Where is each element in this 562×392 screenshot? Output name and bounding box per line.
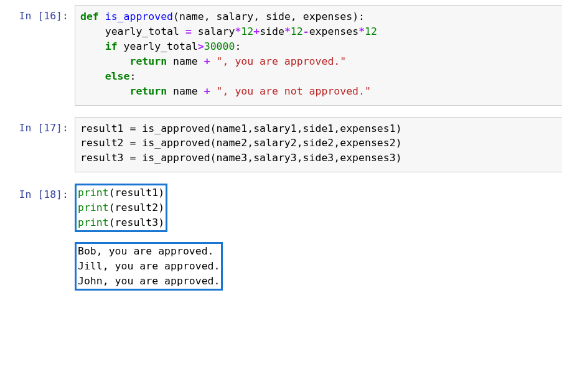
param-name: name xyxy=(179,11,204,22)
code-cell-18: In [18]: print(result1) print(result2) p… xyxy=(0,184,562,236)
builtin-print: print xyxy=(78,202,109,213)
op-plus: + xyxy=(253,26,260,37)
code-content: def is_approved(name, salary, side, expe… xyxy=(80,9,557,99)
num-30000: 30000 xyxy=(204,40,235,52)
id-name: name xyxy=(167,85,204,97)
builtin-print: print xyxy=(78,187,109,198)
highlighted-code-block: print(result1) print(result2) print(resu… xyxy=(75,184,167,232)
code-content: result1 = is_approved(name1,salary1,side… xyxy=(80,121,557,166)
print-arg-2: (result2) xyxy=(109,202,164,213)
id-yearly-total: yearly_total xyxy=(118,40,198,52)
kw-if: if xyxy=(105,40,118,52)
output-line-2: Jill, you are approved. xyxy=(78,260,220,272)
op-mul: * xyxy=(235,26,241,37)
colon: : xyxy=(130,70,136,82)
print-arg-1: (result1) xyxy=(109,187,164,198)
kw-def: def xyxy=(80,11,99,22)
op-mul: * xyxy=(284,26,291,37)
colon: : xyxy=(235,40,241,52)
input-prompt: In [16]: xyxy=(5,5,75,106)
input-prompt: In [17]: xyxy=(5,117,75,173)
code-cell-17: In [17]: result1 = is_approved(name1,sal… xyxy=(0,117,562,173)
kw-else: else xyxy=(105,70,130,82)
str-approved: ", you are approved." xyxy=(210,55,347,67)
kw-return: return xyxy=(129,55,167,67)
op-plus: + xyxy=(204,85,210,97)
num-12: 12 xyxy=(291,26,303,37)
comma: , xyxy=(291,11,303,22)
code-input-area[interactable]: def is_approved(name, salary, side, expe… xyxy=(75,5,562,106)
param-salary: salary xyxy=(217,11,254,22)
num-12: 12 xyxy=(241,26,253,37)
highlighted-output-block: Bob, you are approved. Jill, you are app… xyxy=(75,242,223,291)
id-expenses: expenses xyxy=(309,26,358,37)
num-12: 12 xyxy=(365,26,377,37)
print-arg-3: (result3) xyxy=(109,217,164,228)
output-line-1: Bob, you are approved. xyxy=(78,245,214,257)
paren-open: ( xyxy=(173,11,179,22)
output-prompt-spacer xyxy=(5,240,75,294)
output-cell-18: Bob, you are approved. Jill, you are app… xyxy=(0,240,562,294)
output-area: Bob, you are approved. Jill, you are app… xyxy=(75,240,562,294)
output-line-3: John, you are approved. xyxy=(78,275,220,287)
id-side: side xyxy=(260,26,284,37)
op-mul: * xyxy=(358,26,365,37)
op-gt: > xyxy=(198,40,204,52)
id-salary: salary xyxy=(198,26,235,37)
kw-return: return xyxy=(129,85,167,97)
param-expenses: expenses xyxy=(303,11,352,22)
prompt-label: In [17]: xyxy=(19,122,68,134)
code-line-3: result3 = is_approved(name3,salary3,side… xyxy=(80,152,402,164)
id-name: name xyxy=(167,55,204,67)
op-plus: + xyxy=(204,55,210,67)
builtin-print: print xyxy=(78,217,109,228)
op-assign: = xyxy=(179,26,198,37)
prompt-label: In [16]: xyxy=(19,10,68,22)
str-not-approved: ", you are not approved." xyxy=(210,85,371,97)
input-prompt: In [18]: xyxy=(5,184,75,236)
paren-close: ): xyxy=(352,11,365,22)
func-name: is_approved xyxy=(105,11,173,22)
op-minus: - xyxy=(303,26,309,37)
comma: , xyxy=(253,11,266,22)
prompt-label: In [18]: xyxy=(19,189,68,200)
code-line-1: result1 = is_approved(name1,salary1,side… xyxy=(80,123,402,134)
code-input-area[interactable]: print(result1) print(result2) print(resu… xyxy=(75,184,562,236)
param-side: side xyxy=(266,11,291,22)
code-line-2: result2 = is_approved(name2,salary2,side… xyxy=(80,137,402,149)
code-cell-16: In [16]: def is_approved(name, salary, s… xyxy=(0,5,562,106)
var-yearly-total: yearly_total xyxy=(105,26,179,37)
comma: , xyxy=(204,11,217,22)
code-input-area[interactable]: result1 = is_approved(name1,salary1,side… xyxy=(75,117,562,173)
